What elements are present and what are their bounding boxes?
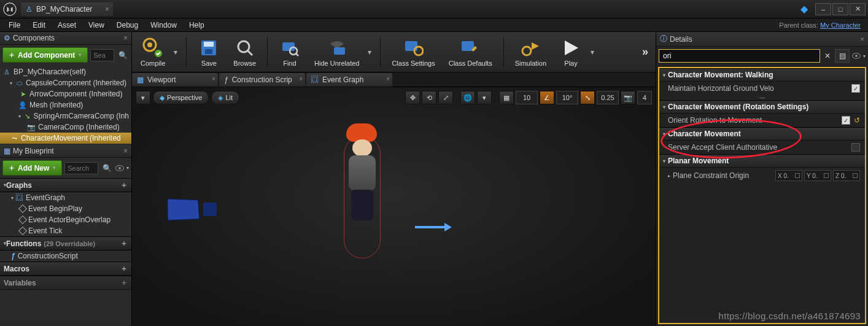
viewport[interactable]: ▾ ◆Perspective ◈Lit ✥ ⟲ ⤢ 🌐 ▾ ▦ 10 ∠ 10°… bbox=[132, 87, 656, 326]
menu-asset[interactable]: Asset bbox=[52, 20, 82, 31]
vector-y-input[interactable]: Y 0. bbox=[804, 170, 831, 181]
close-button[interactable]: ✕ bbox=[850, 3, 866, 15]
source-control-icon[interactable]: ◆ bbox=[800, 3, 808, 15]
hideunrelated-button[interactable]: Hide Unrelated bbox=[309, 36, 364, 68]
components-search-input[interactable] bbox=[90, 49, 114, 61]
grid-snap-button[interactable]: ▦ bbox=[499, 91, 514, 104]
close-icon[interactable]: × bbox=[299, 76, 303, 82]
camera-speed-button[interactable]: 📷 bbox=[621, 91, 635, 104]
menu-view[interactable]: View bbox=[82, 20, 110, 31]
add-component-button[interactable]: ＋ Add Component ▼ bbox=[2, 47, 88, 63]
category-walking[interactable]: ▾Character Movement: Walking bbox=[659, 68, 865, 82]
vector-z-input[interactable]: Z 0. bbox=[833, 170, 860, 181]
menu-file[interactable]: File bbox=[2, 20, 26, 31]
components-panel-header[interactable]: ⚙ Components × bbox=[0, 32, 131, 45]
tree-item-mesh[interactable]: 👤Mesh (Inherited) bbox=[0, 99, 131, 111]
tree-item-springarm[interactable]: ▾↘SpringArmCameraComp (Inh bbox=[0, 111, 131, 122]
event-node[interactable]: Event ActorBeginOverlap bbox=[0, 214, 131, 225]
find-button[interactable]: Find bbox=[274, 36, 306, 68]
classdefaults-button[interactable]: Class Defaults bbox=[444, 36, 497, 68]
parent-class-link[interactable]: My Character bbox=[820, 21, 861, 29]
tree-item-self[interactable]: ♙BP_MyCharacter(self) bbox=[0, 66, 131, 77]
save-button[interactable]: Save bbox=[193, 36, 225, 68]
chevron-down-icon[interactable]: ▾ bbox=[591, 48, 597, 56]
function-node[interactable]: ƒConstructionScript bbox=[0, 250, 131, 262]
chevron-down-icon[interactable]: ▾ bbox=[863, 53, 866, 59]
close-icon[interactable]: × bbox=[860, 35, 864, 44]
perspective-button[interactable]: ◆Perspective bbox=[153, 91, 209, 104]
variables-header[interactable]: Variables＋ bbox=[0, 276, 131, 290]
details-panel-header[interactable]: ⓘ Details × bbox=[656, 32, 868, 47]
scale-gizmo-button[interactable]: ⤢ bbox=[438, 91, 453, 104]
scale-snap-value[interactable]: 0.25 bbox=[597, 91, 619, 104]
menu-debug[interactable]: Debug bbox=[110, 20, 144, 31]
eventgraph-node[interactable]: ▾⿴EventGraph bbox=[0, 192, 131, 203]
minimize-button[interactable]: – bbox=[815, 3, 831, 15]
search-icon[interactable]: 🔍 bbox=[101, 162, 113, 174]
close-icon[interactable]: × bbox=[212, 76, 215, 82]
scale-snap-button[interactable]: ⤡ bbox=[580, 91, 595, 104]
add-function-button[interactable]: ＋ bbox=[120, 238, 128, 249]
translate-gizmo-button[interactable]: ✥ bbox=[405, 91, 420, 104]
macros-header[interactable]: Macros＋ bbox=[0, 262, 131, 276]
lit-button[interactable]: ◈Lit bbox=[211, 91, 239, 104]
event-node[interactable]: Event BeginPlay bbox=[0, 203, 131, 214]
details-search-input[interactable] bbox=[659, 49, 820, 63]
chevron-down-icon[interactable]: ▾ bbox=[368, 48, 374, 56]
search-icon[interactable]: 🔍 bbox=[117, 49, 129, 61]
compile-button[interactable]: Compile bbox=[136, 36, 170, 68]
tab-construction[interactable]: ƒConstruction Scrip× bbox=[219, 73, 305, 87]
tree-item-camera[interactable]: 📷CameraComp (Inherited) bbox=[0, 122, 131, 133]
tab-eventgraph[interactable]: ⿴Event Graph× bbox=[306, 73, 392, 87]
myblueprint-panel-header[interactable]: ▦ My Blueprint × bbox=[0, 145, 131, 158]
add-new-button[interactable]: ＋ Add New ▼ bbox=[2, 160, 62, 176]
add-variable-button[interactable]: ＋ bbox=[120, 277, 128, 288]
main-tab[interactable]: ♙ BP_MyCharacter × bbox=[21, 2, 113, 16]
category-planar-movement[interactable]: ▾Planar Movement bbox=[659, 154, 865, 168]
vector-x-input[interactable]: X 0. bbox=[775, 170, 802, 181]
reset-to-default-button[interactable]: ↺ bbox=[854, 116, 860, 125]
event-node[interactable]: Event Tick bbox=[0, 225, 131, 236]
property-matrix-button[interactable]: ▤ bbox=[835, 49, 850, 63]
add-graph-button[interactable]: ＋ bbox=[120, 180, 128, 190]
eye-icon[interactable] bbox=[852, 53, 861, 59]
category-rotation-settings[interactable]: ▾Character Movement (Rotation Settings) bbox=[659, 100, 865, 114]
play-button[interactable]: Play bbox=[555, 36, 587, 68]
checkbox-server-accept[interactable] bbox=[851, 143, 860, 152]
close-icon[interactable]: × bbox=[105, 5, 109, 14]
close-icon[interactable]: × bbox=[123, 34, 128, 42]
myblueprint-search-input[interactable] bbox=[64, 162, 98, 174]
toolbar-overflow-button[interactable]: » bbox=[637, 45, 652, 58]
tree-item-charmovement[interactable]: ⤳CharacterMovement (Inherited bbox=[0, 133, 131, 144]
maximize-button[interactable]: □ bbox=[832, 3, 848, 15]
chevron-down-icon[interactable]: ▾ bbox=[174, 48, 180, 56]
angle-snap-value[interactable]: 10° bbox=[556, 91, 578, 104]
coord-space-button[interactable]: 🌐 bbox=[460, 91, 475, 104]
category-character-movement[interactable]: ▾Character Movement bbox=[659, 127, 865, 141]
tree-item-arrow[interactable]: ➤ArrowComponent (Inherited) bbox=[0, 88, 131, 99]
rotate-gizmo-button[interactable]: ⟲ bbox=[422, 91, 436, 104]
expand-more[interactable] bbox=[659, 95, 865, 100]
browse-button[interactable]: Browse bbox=[228, 36, 261, 68]
graphs-header[interactable]: ▾Graphs＋ bbox=[0, 178, 131, 192]
classsettings-button[interactable]: Class Settings bbox=[387, 36, 440, 68]
chevron-down-icon[interactable]: ▾ bbox=[126, 165, 129, 171]
camera-speed-value[interactable]: 4 bbox=[637, 91, 652, 104]
eye-icon[interactable] bbox=[115, 165, 124, 171]
menu-help[interactable]: Help bbox=[183, 20, 211, 31]
menu-edit[interactable]: Edit bbox=[26, 20, 52, 31]
angle-snap-button[interactable]: ∠ bbox=[540, 91, 554, 104]
viewport-menu-button[interactable]: ▾ bbox=[136, 91, 150, 104]
grid-snap-value[interactable]: 10 bbox=[516, 91, 538, 104]
tab-viewport[interactable]: ▦Viewport× bbox=[132, 73, 218, 87]
surface-snap-button[interactable]: ▾ bbox=[477, 91, 492, 104]
functions-header[interactable]: ▾Functions(29 Overridable)＋ bbox=[0, 236, 131, 250]
simulation-button[interactable]: Simulation bbox=[510, 36, 551, 68]
close-icon[interactable]: × bbox=[386, 76, 390, 82]
checkbox-orient-rotation[interactable]: ✓ bbox=[842, 116, 850, 125]
menu-window[interactable]: Window bbox=[144, 20, 183, 31]
add-macro-button[interactable]: ＋ bbox=[120, 263, 128, 274]
checkbox-maintain-horizontal[interactable]: ✓ bbox=[851, 84, 860, 93]
clear-search-button[interactable]: ✕ bbox=[823, 52, 832, 60]
tree-item-capsule[interactable]: ▾⬭CapsuleComponent (Inherited) bbox=[0, 77, 131, 88]
